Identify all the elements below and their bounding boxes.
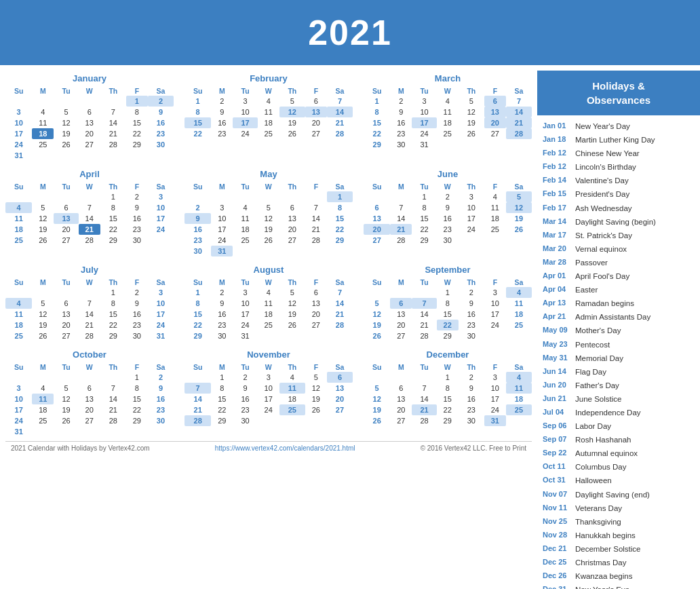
cal-day: 21 (100, 128, 126, 139)
holiday-date: Dec 25 (543, 557, 571, 568)
cal-day: 20 (390, 320, 412, 330)
day-header: Su (364, 86, 390, 96)
holiday-item: Feb 17Ash Wednesday (543, 202, 695, 215)
cal-day: 7 (390, 202, 412, 213)
cal-day: 4 (437, 96, 459, 107)
day-header: M (32, 278, 54, 287)
cal-day: 26 (279, 320, 305, 330)
holiday-name: Pentecost (575, 339, 610, 350)
holiday-date: Feb 17 (543, 203, 571, 214)
cal-day: 25 (258, 320, 279, 330)
day-header: Sa (327, 86, 353, 96)
day-header: M (211, 86, 233, 96)
cal-table: SuMTuWThFSa12345678910111213141516171819… (5, 86, 174, 161)
cal-day: 24 (233, 320, 257, 330)
cal-day: 7 (412, 383, 436, 394)
holiday-name: December Solstice (575, 544, 641, 554)
day-header: Sa (327, 278, 353, 287)
cal-day: 17 (484, 309, 506, 320)
cal-day: 9 (126, 298, 148, 309)
cal-day: 22 (100, 224, 126, 235)
cal-day: 28 (506, 128, 532, 139)
day-header: Su (364, 362, 390, 372)
cal-day: 9 (148, 383, 174, 394)
cal-day: 5 (54, 383, 78, 394)
cal-day: 14 (79, 213, 100, 224)
day-header: F (126, 278, 148, 287)
cal-day: 6 (305, 287, 327, 298)
holiday-name: April Fool's Day (575, 271, 629, 282)
cal-day (54, 96, 78, 107)
holiday-date: Mar 17 (543, 230, 571, 241)
cal-day: 28 (79, 235, 100, 246)
cal-day: 13 (327, 383, 353, 394)
cal-day: 9 (459, 383, 484, 394)
cal-day: 29 (437, 330, 459, 341)
cal-day (32, 96, 54, 107)
month-december: DecemberSuMTuWThFSa123456789101112131415… (364, 349, 532, 437)
cal-day: 23 (211, 128, 233, 139)
footer-left: 2021 Calendar with Holidays by Vertex42.… (11, 444, 150, 452)
holiday-date: Sep 22 (543, 448, 571, 459)
cal-day (258, 330, 279, 341)
cal-day (305, 191, 327, 202)
cal-day: 2 (211, 96, 233, 107)
cal-day (506, 330, 532, 341)
cal-day: 5 (279, 287, 305, 298)
holiday-date: Nov 07 (543, 489, 571, 500)
cal-day: 26 (506, 224, 532, 235)
cal-day: 14 (100, 117, 126, 128)
months-grid: JanuarySuMTuWThFSa1234567891011121314151… (5, 73, 532, 437)
holiday-date: Apr 01 (543, 271, 571, 282)
cal-day (148, 426, 174, 437)
cal-day: 17 (5, 128, 32, 139)
cal-day: 19 (258, 224, 279, 235)
cal-day: 12 (32, 309, 54, 320)
day-header: Tu (54, 362, 78, 372)
cal-day: 27 (364, 235, 390, 246)
cal-table: SuMTuWThFSa12345678910111213141516171819… (5, 182, 174, 246)
cal-day: 8 (100, 298, 126, 309)
cal-day: 13 (305, 298, 327, 309)
cal-day: 17 (211, 224, 233, 235)
cal-day: 14 (412, 309, 436, 320)
cal-day (506, 415, 532, 426)
holiday-item: Feb 12Lincoln's Birthday (543, 160, 695, 174)
holiday-name: New Year's Eve (575, 584, 629, 589)
cal-day (32, 426, 54, 437)
holiday-date: Dec 21 (543, 544, 571, 554)
cal-day: 13 (279, 213, 305, 224)
cal-day: 14 (412, 394, 436, 404)
cal-day (258, 191, 279, 202)
cal-day: 1 (184, 96, 211, 107)
cal-day: 14 (506, 107, 532, 117)
cal-day (79, 426, 100, 437)
day-header: W (437, 362, 459, 372)
month-title: October (5, 349, 174, 360)
cal-day: 19 (459, 117, 484, 128)
cal-day: 20 (484, 117, 506, 128)
cal-day (5, 372, 32, 383)
cal-day: 2 (148, 96, 174, 107)
cal-day: 15 (126, 117, 148, 128)
header: 2021 (0, 0, 700, 65)
holiday-name: Christmas Day (575, 557, 626, 568)
holiday-name: St. Patrick's Day (575, 230, 632, 241)
cal-day: 26 (364, 415, 390, 426)
holiday-name: Halloween (575, 475, 612, 486)
cal-day: 23 (437, 224, 459, 235)
cal-day: 16 (211, 117, 233, 128)
cal-day: 27 (279, 235, 305, 246)
cal-day: 30 (126, 330, 148, 341)
holiday-date: Oct 11 (543, 461, 571, 472)
calendar-section: JanuarySuMTuWThFSa1234567891011121314151… (0, 71, 537, 589)
cal-day (364, 191, 390, 202)
cal-day (54, 191, 78, 202)
day-header: Th (279, 278, 305, 287)
month-title: February (184, 73, 353, 83)
cal-day: 21 (506, 117, 532, 128)
holiday-date: Nov 25 (543, 516, 571, 527)
cal-day: 16 (184, 224, 211, 235)
cal-day: 22 (100, 320, 126, 330)
cal-day: 24 (233, 128, 257, 139)
